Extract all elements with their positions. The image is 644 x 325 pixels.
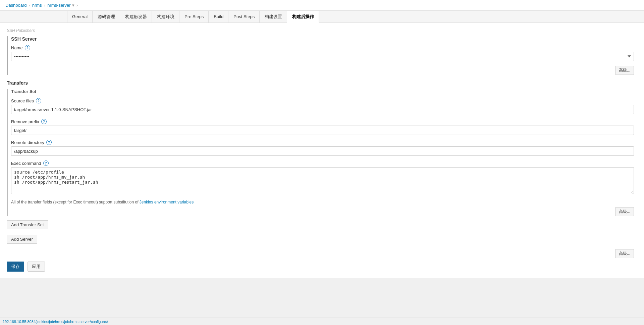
advanced-button-2[interactable]: 高级... <box>615 207 634 216</box>
breadcrumb-dropdown[interactable]: ▾ <box>72 3 74 8</box>
remote-directory-help-icon[interactable]: ? <box>46 140 52 145</box>
apply-button[interactable]: 应用 <box>28 262 45 272</box>
advanced-button-1[interactable]: 高级... <box>615 66 634 75</box>
remote-directory-group: Remote directory ? <box>11 140 634 156</box>
breadcrumb-bar: Dashboard › hrms › hrms-server ▾ › <box>0 0 644 11</box>
tab-general[interactable]: General <box>67 11 93 22</box>
name-field-group: Name ? •••••••••• <box>11 45 634 61</box>
tab-poststeps[interactable]: Post Steps <box>228 11 260 22</box>
remove-prefix-label-text: Remove prefix <box>11 119 39 124</box>
source-files-group: Source files ? <box>11 98 634 114</box>
add-server-button[interactable]: Add Server <box>7 235 37 244</box>
remove-prefix-help-icon[interactable]: ? <box>41 119 47 124</box>
exec-command-group: Exec command ? source /etc/profile sh /r… <box>11 160 634 195</box>
exec-command-textarea[interactable]: source /etc/profile sh /root/app/hrms_mv… <box>11 167 634 194</box>
source-files-label-text: Source files <box>11 98 34 103</box>
name-label: Name ? <box>11 45 634 50</box>
ssh-publishers-label: SSH Publishers <box>7 26 634 36</box>
page-content: SSH Publishers SSH Server Name ? •••••••… <box>0 23 644 278</box>
tab-presteps[interactable]: Pre Steps <box>179 11 209 22</box>
add-server-row: Add Server <box>7 235 634 244</box>
tab-bar: General 源码管理 构建触发器 构建环境 Pre Steps Build … <box>0 11 644 23</box>
breadcrumb-sep-2: › <box>44 3 45 8</box>
advanced-row-2: 高级... <box>11 207 634 216</box>
name-label-text: Name <box>11 45 23 50</box>
remote-directory-input[interactable] <box>11 146 634 156</box>
advanced-button-bottom[interactable]: 高级... <box>615 249 634 258</box>
remote-directory-label-text: Remote directory <box>11 140 44 145</box>
status-bar: 192.168.10.55:8084/jenkins/job/hrms/job/… <box>0 318 644 325</box>
transfers-title: Transfers <box>7 80 634 86</box>
breadcrumb-sep-1: › <box>29 3 30 8</box>
source-files-label: Source files ? <box>11 98 634 103</box>
breadcrumb-dashboard[interactable]: Dashboard <box>5 3 27 8</box>
ssh-server-section: SSH Server Name ? •••••••••• 高级... <box>7 36 634 75</box>
source-files-help-icon[interactable]: ? <box>36 98 41 103</box>
info-text-prefix: All of the transfer fields (except for E… <box>11 200 140 204</box>
jenkins-env-vars-link[interactable]: Jenkins environment variables <box>140 200 194 204</box>
add-transfer-set-row: Add Transfer Set <box>7 220 634 229</box>
tab-yuanma[interactable]: 源码管理 <box>93 11 120 22</box>
tab-goujianshezhi[interactable]: 构建设置 <box>260 11 287 22</box>
tab-build[interactable]: Build <box>209 11 228 22</box>
save-apply-row: 保存 应用 <box>7 262 634 272</box>
ssh-server-title: SSH Server <box>11 36 634 42</box>
transfers-section: Transfers Transfer Set Source files ? Re… <box>7 80 634 229</box>
advanced-row-bottom: 高级... <box>7 249 634 258</box>
tab-goujianhuanjing[interactable]: 构建环境 <box>152 11 179 22</box>
remove-prefix-group: Remove prefix ? <box>11 119 634 135</box>
breadcrumb-hrms-server[interactable]: hrms-server <box>47 3 70 8</box>
transfer-set-section: Transfer Set Source files ? Remove prefi… <box>7 89 634 216</box>
tab-gouchujifaqi[interactable]: 构建触发器 <box>120 11 152 22</box>
main-scroll-area: SSH Publishers SSH Server Name ? •••••••… <box>0 23 644 318</box>
source-files-input[interactable] <box>11 105 634 114</box>
status-bar-url: 192.168.10.55:8084/jenkins/job/hrms/job/… <box>3 320 108 324</box>
exec-command-label: Exec command ? <box>11 160 634 166</box>
exec-command-label-text: Exec command <box>11 161 41 166</box>
save-button[interactable]: 保存 <box>7 262 24 272</box>
name-select[interactable]: •••••••••• <box>11 52 634 61</box>
breadcrumb-hrms[interactable]: hrms <box>32 3 42 8</box>
advanced-row-1: 高级... <box>11 66 634 75</box>
tab-goujianhouczuao[interactable]: 构建后操作 <box>287 11 319 23</box>
transfer-set-title: Transfer Set <box>11 89 634 94</box>
info-text: All of the transfer fields (except for E… <box>11 200 634 204</box>
remove-prefix-input[interactable] <box>11 126 634 135</box>
name-help-icon[interactable]: ? <box>25 45 30 50</box>
breadcrumb-sep-3: › <box>76 3 78 8</box>
remote-directory-label: Remote directory ? <box>11 140 634 145</box>
add-transfer-set-button[interactable]: Add Transfer Set <box>7 220 48 229</box>
remove-prefix-label: Remove prefix ? <box>11 119 634 124</box>
exec-command-help-icon[interactable]: ? <box>43 160 49 166</box>
